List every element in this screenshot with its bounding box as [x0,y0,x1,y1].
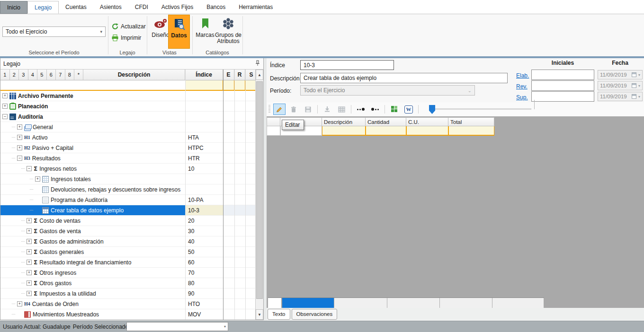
grid-footer-cell[interactable] [440,298,492,308]
tab-legajo[interactable]: Legajo [27,1,59,14]
col-7[interactable]: 7 [56,70,65,80]
tab-cfdi[interactable]: CFDI [128,1,155,14]
filter-r[interactable] [234,80,245,90]
tree-item[interactable]: + H2 Pasivo + Capital HTPC [0,143,258,153]
expander-icon[interactable]: − [17,156,22,161]
tree-item[interactable]: + Σ Gastos de administración 40 [0,236,258,247]
delete-button[interactable] [287,104,300,115]
filter-e[interactable] [223,80,234,90]
expander-icon[interactable]: + [2,93,8,98]
scrollbar-thumb[interactable] [256,81,263,299]
insert-cells-button[interactable] [388,104,401,115]
indice-input[interactable]: 10-3 [300,60,394,70]
col-1[interactable]: 1 [0,70,10,80]
decrease-decimals-button[interactable] [355,104,367,115]
grupos-atributos-button[interactable]: Grupos de Atributos [213,15,244,49]
tab-activos-fijos[interactable]: Activos Fijos [155,1,200,14]
expander-icon[interactable]: + [17,135,22,140]
sup-date-picker[interactable]: 11/09/2019▾ [598,92,643,101]
tree-item[interactable]: + Planeación [0,101,258,112]
imprimir-button[interactable]: Imprimir [112,34,141,42]
grid-footer-cell[interactable] [387,298,440,308]
periodo-dropdown[interactable]: Todo el Ejercicio ⌄ [300,85,475,96]
scroll-down-icon[interactable]: ▼ [256,309,263,320]
grid-new-row-cell[interactable] [366,126,406,136]
zoom-slider-track[interactable] [433,108,531,110]
tree-vertical-scrollbar[interactable]: ▲ ▼ [255,70,263,320]
expander-icon[interactable]: − [2,114,8,119]
expander-icon[interactable]: + [27,249,32,254]
tree-item[interactable]: + General [0,122,258,132]
tree-item[interactable]: + Σ Otros gastos 80 [0,278,258,288]
col-e[interactable]: E [223,70,234,80]
elab-date-picker[interactable]: 11/09/2019▾ [598,70,643,79]
expander-icon[interactable]: + [35,176,40,182]
elab-initials-input[interactable] [531,70,594,80]
tree-item[interactable]: + Σ Gastos de venta 30 [0,226,258,236]
grid-footer-cell[interactable] [492,298,544,308]
col-r[interactable]: R [234,70,245,80]
grid-col-descripcion[interactable]: Descripción [322,117,366,126]
col-8[interactable]: 8 [65,70,75,80]
grid-col-cu[interactable]: C.U. [406,117,448,126]
grid-new-row-cell[interactable] [406,126,448,136]
increase-decimals-button[interactable] [369,104,381,115]
expander-icon[interactable]: + [17,124,22,130]
tree-item[interactable]: Movimientos Muestreados MOV [0,309,258,320]
sup-link[interactable]: Sup. [516,94,528,101]
col-descripcion[interactable]: Descripción [83,70,185,80]
pin-icon[interactable] [255,60,260,68]
tree-item[interactable]: − Auditoría [0,112,258,122]
tab-inicio[interactable]: Inicio [0,1,27,14]
save-button[interactable] [302,104,314,115]
actualizar-button[interactable]: Actualizar [112,22,146,31]
expander-icon[interactable]: − [27,166,32,171]
tree-item[interactable]: + Σ Gastos generales 50 [0,247,258,257]
rev-link[interactable]: Rev. [516,83,528,90]
tree-item[interactable]: + Archivo Permanente [0,91,258,101]
expander-icon[interactable]: + [17,145,22,150]
grid-new-row-selector[interactable] [267,126,280,136]
edit-button[interactable] [273,104,286,115]
expander-icon[interactable]: + [27,270,32,275]
expander-icon[interactable]: + [2,104,8,109]
tree-item[interactable]: − Σ Ingresos netos 10 [0,164,258,174]
tree-filter-row[interactable] [0,80,258,91]
tab-bancos[interactable]: Bancos [200,1,232,14]
tree-item[interactable]: + Σ Otros ingresos 70 [0,268,258,278]
col-indice[interactable]: Índice [185,70,223,80]
period-dropdown[interactable]: Todo el Ejercicio ▾ [2,26,106,37]
export-word-button[interactable]: W [402,104,415,115]
expander-icon[interactable]: + [27,260,32,265]
tree-item[interactable]: + H1 Activo HTA [0,132,258,143]
expander-icon[interactable]: + [27,280,32,286]
sup-initials-input[interactable] [531,91,594,102]
table-button[interactable] [335,104,348,115]
scroll-up-icon[interactable]: ▲ [256,70,263,80]
filter-indice[interactable] [185,80,223,90]
tree-item[interactable]: Programa de Auditoría 10-PA [0,195,258,205]
status-period-dropdown[interactable]: ▾ [126,322,228,331]
tab-observaciones[interactable]: Observaciones [292,309,338,320]
grid-col-cantidad[interactable]: Cantidad [366,117,406,126]
expander-icon[interactable]: + [27,218,32,223]
tab-asientos[interactable]: Asientos [93,1,128,14]
tree-item[interactable]: − H3 Resultados HTR [0,153,258,164]
expander-icon[interactable]: + [27,239,32,244]
import-button[interactable] [321,104,333,115]
tree-item[interactable]: + Σ Resultado integral de financiamiento… [0,257,258,268]
grid-col-total[interactable]: Total [448,117,494,126]
grid-new-row-cell[interactable] [322,126,366,136]
tree-item[interactable]: + Σ Costo de ventas 20 [0,216,258,226]
datos-button[interactable]: Datos [168,15,190,49]
grid-row-selector-header[interactable] [267,117,280,126]
elab-link[interactable]: Elab. [516,72,529,79]
col-star[interactable]: * [74,70,83,80]
tab-cuentas[interactable]: Cuentas [59,1,93,14]
col-2[interactable]: 2 [10,70,19,80]
tree-column-headers[interactable]: 1 2 3 4 5 6 7 8 * Descripción Índice E R… [0,70,258,80]
expander-icon[interactable]: + [27,291,32,296]
tree-item[interactable]: + Ingresos totales [0,174,258,184]
tab-herramientas[interactable]: Herramientas [232,1,279,14]
expander-icon[interactable]: + [17,301,22,306]
